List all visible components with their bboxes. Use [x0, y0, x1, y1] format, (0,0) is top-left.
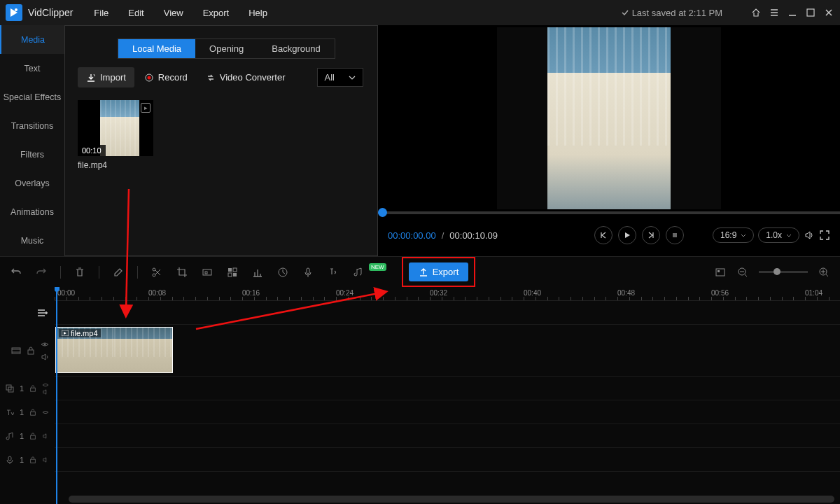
mute-icon[interactable] — [42, 389, 49, 395]
tab-local-media[interactable]: Local Media — [118, 39, 195, 58]
filter-value: All — [325, 72, 335, 83]
converter-label: Video Converter — [220, 72, 286, 83]
sidebar-item-filters[interactable]: Filters — [0, 140, 64, 169]
zoom-slider-thumb[interactable] — [774, 268, 780, 275]
timeline-scrollbar[interactable] — [69, 496, 834, 503]
delete-icon[interactable] — [74, 266, 86, 279]
app-logo — [6, 4, 22, 21]
timeline-ruler[interactable]: 00:00 00:08 00:16 00:24 00:32 00:40 00:4… — [55, 287, 840, 301]
timeline-tracks[interactable]: 00:00 00:08 00:16 00:24 00:32 00:40 00:4… — [55, 287, 840, 504]
preview-scrubber[interactable] — [378, 211, 840, 214]
video-clip[interactable]: file.mp4 — [55, 327, 173, 373]
prev-frame-button[interactable] — [594, 226, 612, 244]
sidebar-item-animations[interactable]: Animations — [0, 197, 64, 226]
zoom-out-icon[interactable] — [736, 266, 749, 279]
undo-icon[interactable] — [10, 266, 22, 279]
save-status: Last saved at 2:11 PM — [621, 8, 722, 18]
visibility-icon[interactable] — [41, 340, 49, 349]
time-separator: / — [442, 230, 444, 241]
converter-button[interactable]: Video Converter — [197, 67, 294, 88]
overlay-track-icon — [6, 384, 14, 393]
tab-opening[interactable]: Opening — [195, 39, 258, 58]
split-icon[interactable] — [150, 266, 163, 279]
audio-track[interactable] — [55, 424, 840, 448]
add-to-timeline-icon[interactable]: ▸ — [141, 103, 150, 113]
playhead[interactable] — [56, 287, 57, 504]
mute-icon[interactable] — [42, 457, 49, 463]
minimize-icon[interactable] — [787, 7, 798, 18]
zoom-in-icon[interactable] — [818, 266, 830, 279]
aspect-ratio-dropdown[interactable]: 16:9 — [713, 227, 754, 243]
sidebar-item-text[interactable]: Text — [0, 54, 64, 83]
home-icon[interactable] — [750, 7, 762, 18]
menu-view[interactable]: View — [164, 8, 183, 18]
next-frame-button[interactable] — [642, 226, 660, 244]
svg-point-6 — [153, 274, 155, 276]
lock-icon[interactable] — [29, 409, 36, 416]
close-icon[interactable] — [823, 7, 834, 18]
thumbnail-view-icon[interactable] — [714, 266, 727, 279]
chart-icon[interactable] — [251, 266, 264, 279]
voice-icon[interactable] — [302, 266, 314, 279]
audio-detach-icon[interactable] — [352, 266, 365, 279]
svg-rect-10 — [233, 268, 237, 272]
visibility-icon[interactable] — [42, 410, 49, 415]
menu-help[interactable]: Help — [248, 8, 267, 18]
tab-background[interactable]: Background — [258, 39, 334, 58]
export-button[interactable]: Export — [409, 262, 469, 281]
video-track[interactable]: file.mp4 — [55, 325, 840, 377]
media-item[interactable]: ▸ 00:10 file.mp4 — [78, 100, 153, 170]
svg-point-21 — [44, 344, 46, 346]
mosaic-icon[interactable] — [226, 266, 239, 279]
mic-track-icon — [6, 456, 14, 464]
svg-point-3 — [147, 76, 150, 79]
record-button[interactable]: Record — [136, 67, 196, 88]
tts-icon[interactable] — [327, 266, 340, 279]
lock-icon[interactable] — [29, 433, 36, 440]
scrollbar-thumb[interactable] — [69, 496, 834, 503]
voiceover-track[interactable] — [55, 448, 840, 472]
mute-icon[interactable] — [42, 433, 49, 439]
sidebar: Media Text Special Effects Transitions F… — [0, 25, 64, 256]
menu-file[interactable]: File — [94, 8, 108, 18]
menu-icon[interactable] — [769, 7, 780, 18]
lock-icon[interactable] — [29, 456, 36, 463]
menu-edit[interactable]: Edit — [128, 8, 144, 18]
sidebar-item-media[interactable]: Media — [0, 25, 64, 54]
overlay-track[interactable] — [55, 377, 840, 400]
crop-icon[interactable] — [176, 266, 188, 279]
sidebar-item-effects[interactable]: Special Effects — [0, 83, 64, 111]
overlay-track-header: 1 — [0, 377, 55, 400]
speed-icon[interactable] — [276, 266, 289, 279]
lock-icon[interactable] — [27, 346, 35, 355]
maximize-icon[interactable] — [805, 7, 816, 18]
current-time: 00:00:00.00 — [388, 230, 436, 241]
lock-icon[interactable] — [29, 385, 36, 392]
mute-icon[interactable] — [41, 353, 49, 361]
sidebar-item-transitions[interactable]: Transitions — [0, 111, 64, 140]
volume-icon[interactable] — [804, 230, 815, 241]
redo-icon[interactable] — [35, 266, 48, 279]
import-button[interactable]: Import — [78, 67, 134, 88]
track-controls-button[interactable] — [0, 301, 55, 325]
menu-export[interactable]: Export — [203, 8, 230, 18]
sidebar-item-overlays[interactable]: Overlays — [0, 169, 64, 197]
sidebar-item-music[interactable]: Music — [0, 226, 64, 255]
fullscreen-icon[interactable] — [819, 230, 830, 241]
scrubber-handle[interactable] — [378, 208, 387, 217]
zoom-slider[interactable] — [759, 271, 808, 273]
edit-icon[interactable] — [112, 266, 125, 279]
text-track[interactable] — [55, 400, 840, 424]
preview-video[interactable] — [378, 25, 840, 211]
ruler-mark: 01:04 — [805, 289, 822, 297]
filter-dropdown[interactable]: All — [317, 68, 363, 87]
svg-rect-8 — [205, 272, 207, 274]
speed-dropdown[interactable]: 1.0x — [758, 227, 799, 243]
freeze-icon[interactable] — [201, 266, 214, 279]
svg-rect-24 — [31, 388, 36, 391]
stop-button[interactable] — [666, 226, 684, 244]
svg-rect-28 — [31, 459, 36, 463]
record-label: Record — [158, 72, 188, 83]
visibility-icon[interactable] — [42, 382, 49, 388]
play-button[interactable] — [618, 226, 636, 244]
